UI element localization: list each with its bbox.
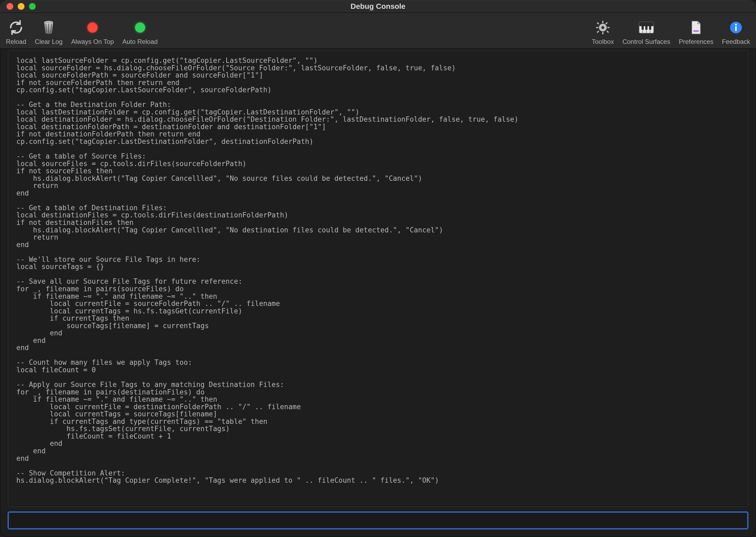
svg-rect-18	[649, 26, 651, 30]
command-input-row	[8, 512, 748, 529]
svg-point-10	[602, 26, 604, 29]
reload-button[interactable]: Reload	[6, 19, 26, 45]
svg-point-21	[735, 24, 737, 26]
command-input[interactable]	[8, 512, 748, 529]
preferences-button[interactable]: Preferences	[679, 19, 713, 45]
toolbar-right-group: Toolbox Control Surfaces	[592, 19, 750, 45]
toolbar: Reload Clear Log Always On Top	[0, 13, 756, 49]
log-text: local lastSourceFolder = cp.config.get("…	[16, 57, 743, 484]
window-maximize-button[interactable]	[29, 3, 36, 10]
control-surfaces-button[interactable]: Control Surfaces	[622, 19, 670, 45]
log-output[interactable]: local lastSourceFolder = cp.config.get("…	[8, 50, 748, 507]
always-on-top-label: Always On Top	[71, 38, 114, 45]
svg-rect-16	[642, 26, 644, 30]
piano-keys-icon	[639, 19, 654, 36]
preferences-label: Preferences	[679, 38, 713, 45]
toolbox-button[interactable]: Toolbox	[592, 19, 614, 45]
window-controls	[0, 3, 36, 10]
status-dot-red-icon	[87, 19, 98, 36]
auto-reload-label: Auto Reload	[122, 38, 158, 45]
feedback-button[interactable]: Feedback	[722, 19, 750, 45]
svg-rect-7	[606, 30, 609, 33]
clear-log-button[interactable]: Clear Log	[35, 19, 62, 45]
document-icon	[691, 19, 701, 36]
svg-rect-12	[639, 22, 654, 26]
always-on-top-toggle[interactable]: Always On Top	[71, 19, 114, 45]
feedback-label: Feedback	[722, 38, 750, 45]
control-surfaces-label: Control Surfaces	[622, 38, 670, 45]
svg-rect-17	[645, 26, 648, 30]
clear-log-label: Clear Log	[35, 38, 62, 45]
reload-label: Reload	[6, 38, 26, 45]
window-title: Debug Console	[0, 2, 756, 11]
svg-rect-9	[597, 30, 599, 33]
trash-icon	[42, 19, 56, 36]
svg-rect-4	[596, 27, 598, 28]
gear-icon	[595, 19, 610, 36]
svg-rect-3	[602, 32, 604, 34]
title-bar: Debug Console	[0, 0, 756, 13]
auto-reload-toggle[interactable]: Auto Reload	[122, 19, 158, 45]
svg-rect-22	[735, 26, 737, 31]
window-close-button[interactable]	[6, 3, 13, 10]
svg-rect-19	[694, 30, 699, 32]
window-minimize-button[interactable]	[18, 3, 24, 10]
status-dot-green-icon	[135, 19, 145, 36]
toolbox-label: Toolbox	[592, 38, 614, 45]
toolbar-left-group: Reload Clear Log Always On Top	[6, 19, 158, 45]
console-area: local lastSourceFolder = cp.config.get("…	[0, 49, 756, 537]
svg-rect-6	[597, 22, 599, 24]
info-icon	[730, 19, 742, 36]
reload-icon	[8, 19, 24, 36]
svg-rect-8	[605, 22, 608, 24]
svg-rect-2	[602, 21, 604, 23]
svg-rect-5	[607, 27, 610, 28]
